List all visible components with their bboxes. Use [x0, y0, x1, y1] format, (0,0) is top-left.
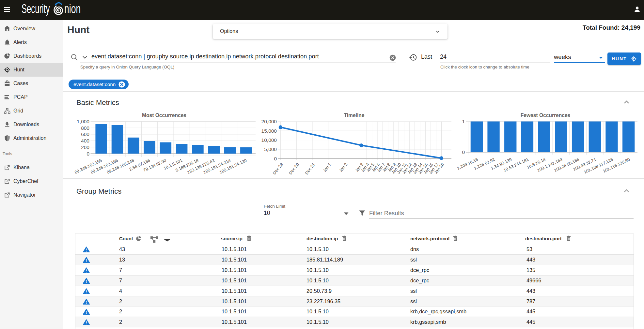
svg-text:0: 0	[274, 156, 277, 161]
svg-text:Dec 31: Dec 31	[304, 162, 316, 176]
svg-text:185.191.34.120: 185.191.34.120	[219, 158, 247, 175]
svg-text:800: 800	[81, 125, 89, 131]
svg-text:Dec 29: Dec 29	[272, 162, 284, 176]
svg-text:Most Occurrences: Most Occurrences	[142, 112, 186, 118]
svg-text:Jan 1: Jan 1	[322, 162, 332, 173]
svg-text:Fewest Occurrences: Fewest Occurrences	[521, 112, 571, 118]
svg-text:15,000: 15,000	[261, 128, 277, 134]
svg-text:10,000: 10,000	[261, 137, 277, 143]
svg-text:5,000: 5,000	[264, 146, 277, 152]
svg-text:600: 600	[81, 131, 89, 137]
svg-text:1,000: 1,000	[77, 119, 89, 124]
svg-text:Timeline: Timeline	[344, 112, 365, 118]
svg-text:Jan 2: Jan 2	[338, 162, 348, 173]
svg-text:1: 1	[462, 119, 465, 124]
svg-text:20,000: 20,000	[261, 119, 277, 124]
svg-text:200: 200	[81, 144, 89, 150]
svg-text:400: 400	[81, 138, 89, 143]
svg-text:0: 0	[86, 151, 89, 157]
svg-text:Dec 30: Dec 30	[288, 162, 300, 176]
svg-text:0: 0	[462, 149, 465, 155]
